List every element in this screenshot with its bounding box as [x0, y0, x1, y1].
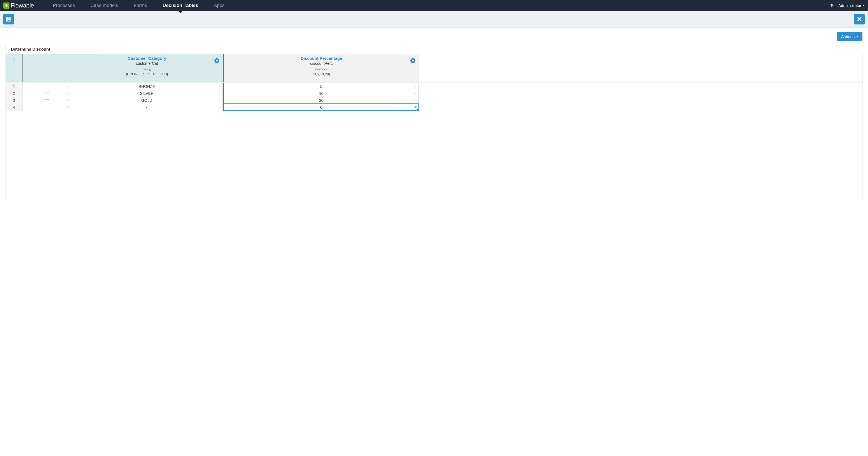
dropdown-icon[interactable]: [66, 86, 69, 87]
operator-header: [23, 54, 71, 82]
dropdown-icon[interactable]: [414, 107, 417, 108]
input-value-cell[interactable]: GOLD: [71, 97, 223, 104]
dropdown-icon[interactable]: [414, 93, 417, 94]
nav-item-forms[interactable]: Forms: [126, 0, 155, 11]
save-icon: [6, 16, 12, 22]
nav-item-processes[interactable]: Processes: [45, 0, 83, 11]
actions-dropdown[interactable]: Actions: [837, 32, 862, 41]
operator-cell[interactable]: ==: [23, 83, 71, 90]
dropdown-icon[interactable]: [218, 93, 221, 94]
user-name: Test Administrator: [831, 3, 861, 8]
add-output-column-button[interactable]: [410, 58, 415, 63]
nav-item-decision-tables[interactable]: Decision Tables: [155, 0, 206, 11]
editor-toolbar: [0, 11, 868, 28]
decision-table-tab[interactable]: Determine Discount: [6, 44, 100, 54]
dropdown-icon[interactable]: [66, 93, 69, 94]
operator-cell[interactable]: ==: [23, 97, 71, 104]
output-value-cell[interactable]: 20: [224, 97, 419, 104]
actions-bar: Actions: [0, 28, 868, 43]
input-value-cell[interactable]: -: [71, 104, 223, 111]
input-column-type: string: [74, 67, 220, 71]
chevron-down-icon: [856, 36, 859, 37]
table-header: U Customer Category customerCat string […: [6, 54, 862, 82]
editor-content: Determine Discount U Customer Category c…: [0, 43, 868, 206]
table-empty-area: [6, 111, 862, 200]
svg-rect-1: [7, 20, 10, 21]
operator-cell[interactable]: ==: [23, 90, 71, 97]
output-column-title[interactable]: Discount Percentage: [227, 56, 416, 61]
dropdown-icon[interactable]: [66, 99, 69, 101]
dropdown-icon[interactable]: [414, 86, 417, 87]
nav-items: ProcessesCase modelsFormsDecision Tables…: [45, 0, 232, 11]
output-column-header[interactable]: Discount Percentage discountPerc number …: [224, 54, 419, 82]
row-number: 4: [6, 104, 23, 111]
input-column-header[interactable]: Customer Category customerCat string [BR…: [71, 54, 223, 82]
input-column-variable: customerCat: [74, 61, 220, 66]
decision-table-editor: U Customer Category customerCat string […: [6, 54, 862, 200]
table-row: 3==GOLD20: [6, 97, 862, 104]
navbar: Flowable ProcessesCase modelsFormsDecisi…: [0, 0, 868, 11]
input-value-cell[interactable]: SILVER: [71, 90, 223, 97]
save-button[interactable]: [3, 14, 14, 25]
input-value-cell[interactable]: BRONZE: [71, 83, 223, 90]
output-column-type: number: [227, 67, 416, 71]
output-value-cell[interactable]: 10: [224, 90, 419, 97]
output-column-values: [0,5,10,20]: [227, 72, 416, 76]
table-row: 2==SILVER10: [6, 90, 862, 97]
output-value-cell[interactable]: 0: [224, 104, 419, 111]
close-button[interactable]: [854, 14, 865, 25]
plus-icon: [411, 59, 414, 62]
output-value-cell[interactable]: 5: [224, 83, 419, 90]
dropdown-icon[interactable]: [218, 99, 221, 101]
table-body: 1==BRONZE52==SILVER103==GOLD204-0: [6, 82, 862, 111]
chevron-down-icon: [862, 5, 865, 6]
dropdown-icon[interactable]: [66, 107, 69, 108]
plus-icon: [215, 59, 218, 62]
output-column-variable: discountPerc: [227, 61, 416, 66]
table-row: 1==BRONZE5: [6, 83, 862, 90]
tab-title: Determine Discount: [11, 47, 50, 52]
dropdown-icon[interactable]: [414, 99, 417, 101]
svg-rect-0: [7, 17, 9, 19]
input-column-title[interactable]: Customer Category: [74, 56, 220, 61]
dropdown-icon[interactable]: [218, 107, 221, 108]
add-input-column-button[interactable]: [214, 58, 219, 63]
brand-text: Flowable: [10, 2, 34, 9]
actions-label: Actions: [841, 34, 855, 39]
row-number: 1: [6, 83, 23, 90]
user-menu[interactable]: Test Administrator: [831, 3, 865, 8]
table-row: 4-0: [6, 104, 862, 111]
input-column-values: [BRONZE,SILVER,GOLD]: [74, 72, 220, 76]
row-number: 2: [6, 90, 23, 97]
close-icon: [857, 17, 862, 22]
nav-item-apps[interactable]: Apps: [206, 0, 232, 11]
row-number: 3: [6, 97, 23, 104]
brand-logo[interactable]: Flowable: [3, 2, 34, 9]
dropdown-icon[interactable]: [218, 86, 221, 87]
nav-item-case-models[interactable]: Case models: [83, 0, 126, 11]
operator-cell[interactable]: [23, 104, 71, 111]
brand-icon: [3, 2, 9, 9]
hit-policy-cell[interactable]: U: [6, 54, 23, 82]
hit-policy-link[interactable]: U: [12, 56, 16, 61]
